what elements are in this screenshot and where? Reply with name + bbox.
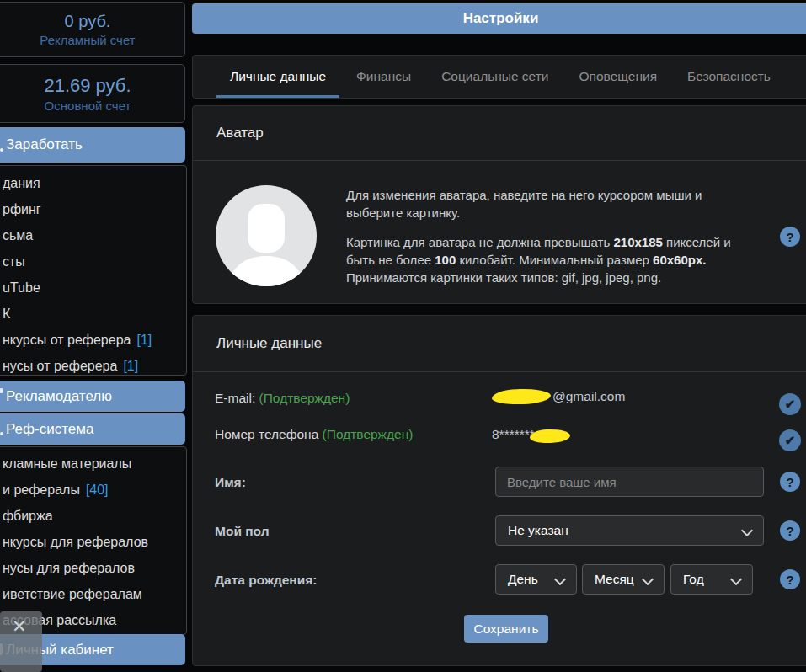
avatar-panel-body: Для изменения аватара, наведите на него … (193, 161, 806, 305)
avatar-size-line1: Картинка для аватара не должна превышать… (346, 233, 731, 251)
avatar-panel: Аватар Для изменения аватара, наведите н… (192, 105, 806, 304)
tab-personal-data[interactable]: Личные данные (216, 56, 339, 98)
chevron-down-icon (554, 573, 566, 585)
email-verified-check-icon: ✔ (779, 393, 801, 415)
main-balance-amount: 21.69 руб. (0, 75, 184, 97)
sidebar: 0 руб. Рекламный счет 21.69 руб. Основно… (0, 0, 187, 672)
tab-notifications[interactable]: Оповещения (566, 56, 671, 98)
sidebar-menu-ref: кламные материалы и рефералы[40] фбиржа … (0, 446, 187, 635)
avatar-size-line2: быть не более 100 килобайт. Минимальный … (346, 251, 731, 269)
birth-month-value: Месяц (595, 572, 634, 587)
avatar-help-text: Для изменения аватара, наведите на него … (346, 186, 731, 286)
email-suffix: @gmail.com (552, 389, 625, 404)
sidebar-item-vk[interactable]: К (0, 301, 186, 327)
sidebar-item-surfing[interactable]: рфинг (0, 196, 186, 222)
earn-icon (0, 148, 3, 152)
ref-system-icon (0, 432, 3, 435)
sidebar-item-ref-exchange[interactable]: фбиржа (0, 503, 186, 529)
sidebar-item-tests[interactable]: сты (0, 248, 186, 275)
personal-data-panel: Личные данные E-mail: (Подтвержден) @gma… (192, 315, 806, 666)
avatar-panel-title: Аватар (193, 106, 806, 161)
avatar-help-icon[interactable]: ? (780, 227, 800, 247)
my-referrals-count: [40] (86, 483, 109, 498)
tab-finances[interactable]: Финансы (343, 56, 424, 98)
sidebar-header-advertiser[interactable]: Рекламодателю (0, 381, 185, 412)
birth-year-select[interactable]: Год (670, 564, 753, 595)
referrer-contests-count: [1] (136, 333, 152, 348)
tab-social-networks[interactable]: Социальные сети (428, 56, 562, 98)
close-icon[interactable]: ✕ (12, 617, 27, 635)
sidebar-item-ad-materials[interactable]: кламные материалы (0, 451, 186, 477)
birthdate-label: Дата рождения: (215, 573, 317, 588)
sidebar-item-referrer-contests[interactable]: нкурсы от реферера[1] (0, 327, 186, 353)
main-balance-label: Основной счет (0, 99, 184, 113)
phone-masked: 8******* (492, 427, 535, 442)
personal-data-panel-title: Личные данные (193, 316, 806, 372)
avatar-size-line3: Принимаются картинки таких типов: gif, j… (346, 269, 731, 286)
advertiser-icon (0, 388, 3, 393)
personal-data-panel-body: E-mail: (Подтвержден) @gmail.com ✔ Номер… (193, 372, 806, 666)
phone-label: Номер телефона (Подтвержден) (215, 427, 413, 442)
chevron-down-icon (741, 525, 753, 536)
gender-help-icon[interactable]: ? (780, 520, 800, 541)
phone-redaction (530, 429, 570, 443)
birth-day-value: День (508, 572, 538, 587)
sidebar-header-advertiser-label: Рекламодателю (6, 388, 112, 405)
phone-verified-status: (Подтвержден) (323, 427, 414, 441)
sidebar-item-letters[interactable]: сьма (0, 222, 186, 248)
gender-selected-value: Не указан (508, 523, 568, 538)
birth-month-select[interactable]: Месяц (582, 564, 665, 595)
main-balance-box[interactable]: 21.69 руб. Основной счет (0, 64, 185, 123)
chevron-down-icon (730, 573, 742, 585)
advertising-balance-amount: 0 руб. (0, 12, 184, 31)
sidebar-item-tasks[interactable]: дания (0, 170, 186, 196)
sidebar-header-ref-system-label: Реф-система (6, 421, 93, 438)
referrer-bonuses-count: [1] (123, 359, 138, 374)
birth-year-value: Год (683, 572, 704, 587)
phone-verified-check-icon: ✔ (779, 429, 801, 451)
sidebar-item-referral-greeting[interactable]: иветствие рефералам (0, 581, 186, 607)
sidebar-item-my-referrals[interactable]: и рефералы[40] (0, 477, 186, 503)
sidebar-item-referral-bonuses[interactable]: нусы для рефералов (0, 555, 186, 581)
name-help-icon[interactable]: ? (780, 472, 800, 492)
avatar-placeholder-image (216, 185, 317, 286)
avatar-help-line2: выберите картинку. (346, 204, 731, 221)
sidebar-item-youtube[interactable]: uTube (0, 275, 186, 301)
name-label: Имя: (215, 475, 246, 490)
advertising-balance-label: Рекламный счет (0, 33, 184, 47)
chevron-down-icon (642, 573, 654, 585)
sidebar-header-earn[interactable]: Заработать (0, 127, 185, 163)
sidebar-menu-earn: дания рфинг сьма сты uTube К нкурсы от р… (0, 165, 187, 376)
avatar[interactable] (216, 185, 317, 286)
birth-day-select[interactable]: День (495, 564, 577, 595)
notification-overlay: ✕ (0, 611, 42, 672)
sidebar-header-ref-system[interactable]: Реф-система (0, 413, 185, 445)
sidebar-item-referral-contests[interactable]: нкурсы для рефералов (0, 529, 186, 555)
advertising-balance-box[interactable]: 0 руб. Рекламный счет (0, 2, 185, 57)
email-redaction (492, 388, 551, 405)
gender-label: Мой пол (215, 524, 270, 539)
email-value: @gmail.com (492, 389, 625, 404)
gender-select[interactable]: Не указан (495, 515, 764, 546)
settings-tabs: Личные данные Финансы Социальные сети Оп… (192, 55, 806, 99)
name-input[interactable] (495, 467, 764, 497)
sidebar-item-referrer-bonuses[interactable]: нусы от реферера[1] (0, 353, 186, 379)
save-button[interactable]: Сохранить (464, 615, 548, 643)
tab-security[interactable]: Безопасность (674, 56, 784, 98)
sidebar-header-earn-label: Заработать (6, 136, 83, 153)
birthdate-help-icon[interactable]: ? (780, 569, 800, 589)
email-label: E-mail: (Подтвержден) (215, 391, 350, 406)
avatar-help-line1: Для изменения аватара, наведите на него … (346, 186, 731, 204)
page-title: Настройки (463, 10, 539, 27)
email-verified-status: (Подтвержден) (259, 391, 350, 405)
phone-value: 8******* (492, 426, 570, 443)
page-title-bar: Настройки (192, 3, 806, 34)
